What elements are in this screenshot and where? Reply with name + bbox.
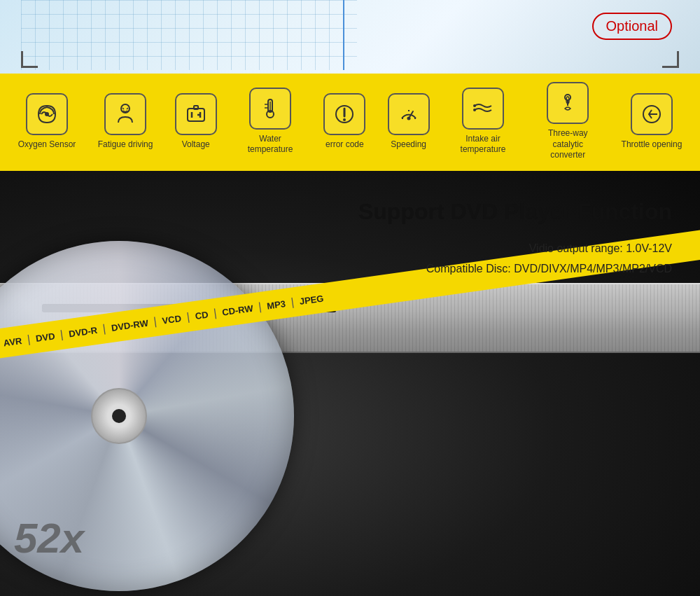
band-text-dvd: DVD bbox=[35, 331, 55, 344]
top-section: Optional bbox=[0, 0, 700, 74]
band-sep-7: | bbox=[258, 300, 262, 313]
band-text-dvd-r: DVD-R bbox=[68, 324, 98, 339]
voltage-icon bbox=[175, 93, 217, 135]
three-way-label: Three-way catalytic converter bbox=[536, 128, 599, 161]
svg-point-22 bbox=[473, 104, 476, 107]
svg-point-24 bbox=[565, 95, 570, 100]
voltage-label: Voltage bbox=[182, 139, 210, 151]
speeding-label: Speeding bbox=[391, 139, 426, 151]
optional-badge: Optional bbox=[592, 13, 673, 40]
band-sep-8: | bbox=[290, 296, 295, 308]
band-sep-6: | bbox=[213, 307, 218, 319]
disc-hole bbox=[112, 409, 126, 423]
dvd-video-output: Vidio output range: 1.0V-12V bbox=[358, 239, 672, 259]
band-sep-2: | bbox=[59, 328, 64, 340]
icon-item-voltage: Voltage bbox=[175, 93, 217, 151]
water-temp-label: Water temperature bbox=[239, 134, 302, 155]
svg-point-0 bbox=[45, 112, 49, 116]
band-sep-5: | bbox=[186, 310, 190, 323]
three-way-icon bbox=[547, 82, 589, 124]
icon-item-oxygen-sensor: Oxygen Sensor bbox=[18, 93, 76, 151]
band-sep-3: | bbox=[102, 322, 107, 335]
icon-bar: Oxygen Sensor Fatigue driving Voltage bbox=[0, 74, 700, 171]
error-code-label: error code bbox=[326, 139, 364, 151]
svg-line-3 bbox=[127, 108, 128, 109]
icon-item-fatigue: Fatigue driving bbox=[98, 93, 153, 151]
blue-divider-line bbox=[343, 0, 344, 70]
water-temp-icon bbox=[249, 88, 291, 130]
disc-center bbox=[91, 388, 147, 444]
svg-point-18 bbox=[407, 116, 410, 120]
throttle-icon bbox=[631, 93, 673, 135]
band-text-dvd-rw: DVD-RW bbox=[111, 317, 149, 333]
dvd-compatible-disc: Compatible Disc: DVD/DIVX/MP4/MP3/MP2/VC… bbox=[358, 259, 672, 279]
icon-item-error-code: error code bbox=[323, 93, 365, 151]
optional-label: Optional bbox=[606, 18, 659, 34]
corner-bracket-tr bbox=[662, 51, 679, 68]
icon-item-speeding: Speeding bbox=[388, 93, 430, 151]
intake-air-icon bbox=[462, 88, 504, 130]
band-text-mp3: MP3 bbox=[266, 298, 286, 311]
band-text-vcd: VCD bbox=[162, 312, 182, 326]
svg-line-2 bbox=[122, 108, 124, 109]
band-text-cd-rw: CD-RW bbox=[221, 303, 253, 317]
fatigue-driving-label: Fatigue driving bbox=[98, 139, 153, 151]
icon-item-three-way: Three-way catalytic converter bbox=[536, 82, 599, 161]
band-text-jpeg: JPEG bbox=[299, 293, 324, 307]
intake-air-label: Intake air temperature bbox=[451, 134, 514, 155]
band-text-cd: CD bbox=[195, 309, 209, 321]
throttle-label: Throttle opening bbox=[622, 139, 682, 151]
disc-52x-label: 52x bbox=[14, 514, 84, 562]
dvd-text-panel: Support DVD Player Function Vidio output… bbox=[358, 199, 672, 279]
svg-point-23 bbox=[473, 109, 476, 111]
error-code-icon bbox=[323, 93, 365, 135]
svg-rect-4 bbox=[188, 109, 204, 121]
icon-item-intake-air: Intake air temperature bbox=[451, 88, 514, 155]
band-text-avr: AVR bbox=[3, 335, 22, 348]
svg-point-16 bbox=[343, 118, 346, 121]
top-grid-bg bbox=[21, 0, 357, 70]
icon-item-water-temp: Water temperature bbox=[239, 88, 302, 155]
speeding-icon bbox=[388, 93, 430, 135]
svg-rect-5 bbox=[194, 106, 198, 109]
band-sep-4: | bbox=[153, 315, 158, 328]
dvd-section: 52x AVR | DVD | DVD-R | DVD-RW | VCD | C… bbox=[0, 171, 700, 596]
oxygen-sensor-icon bbox=[26, 93, 68, 135]
band-sep-1: | bbox=[27, 333, 31, 345]
fatigue-driving-icon bbox=[104, 93, 146, 135]
oxygen-sensor-label: Oxygen Sensor bbox=[18, 139, 76, 151]
dvd-main-title: Support DVD Player Function bbox=[358, 199, 672, 225]
corner-bracket-tl bbox=[21, 51, 38, 68]
icon-item-throttle: Throttle opening bbox=[622, 93, 682, 151]
